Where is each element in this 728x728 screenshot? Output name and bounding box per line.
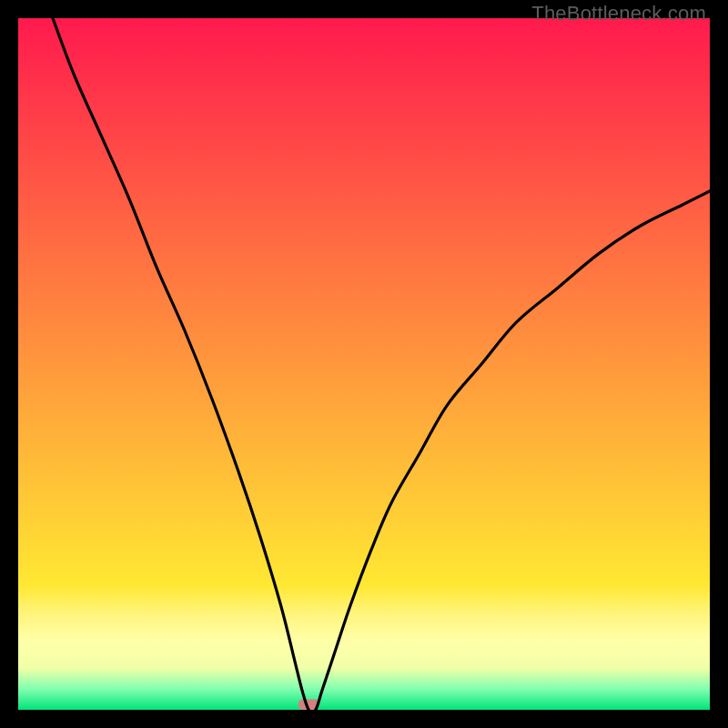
chart-background bbox=[18, 18, 710, 710]
chart-frame bbox=[18, 18, 710, 710]
watermark-text: TheBottleneck.com bbox=[531, 2, 706, 25]
bottleneck-chart bbox=[18, 18, 710, 710]
